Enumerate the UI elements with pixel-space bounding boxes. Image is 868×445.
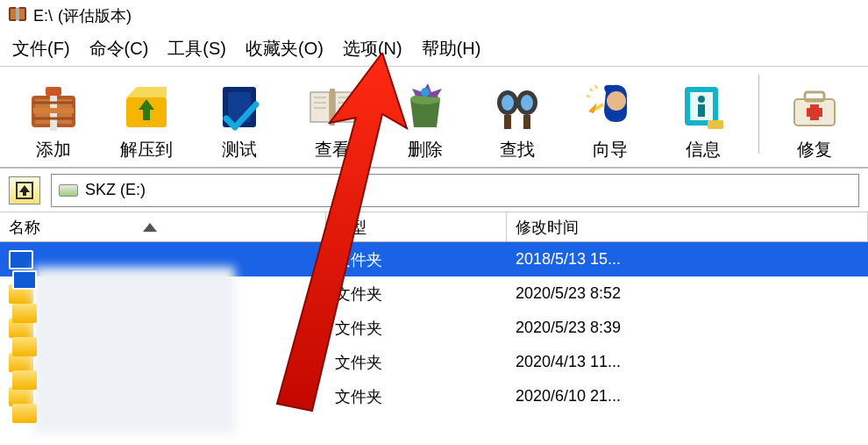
svg-rect-16 bbox=[330, 89, 335, 126]
column-modified-label: 修改时间 bbox=[516, 217, 579, 238]
repair-icon bbox=[787, 80, 842, 134]
file-type: 文件夹 bbox=[326, 318, 507, 339]
column-name[interactable]: 名称 bbox=[0, 212, 326, 241]
file-modified: 2020/5/23 8:39 bbox=[507, 319, 868, 337]
toolbar-extract-button[interactable]: 解压到 bbox=[100, 76, 193, 165]
menu-help[interactable]: 帮助(H) bbox=[422, 37, 481, 61]
file-type: 文件夹 bbox=[326, 284, 507, 305]
toolbar: 添加 解压到 测试 bbox=[0, 67, 868, 169]
svg-point-27 bbox=[607, 91, 626, 111]
titlebar: E:\ (评估版本) bbox=[0, 0, 868, 32]
svg-rect-38 bbox=[807, 108, 822, 117]
folder-icon bbox=[12, 337, 37, 356]
file-modified: 2020/6/10 21... bbox=[507, 387, 868, 406]
svg-point-32 bbox=[698, 96, 705, 103]
toolbar-test-label: 测试 bbox=[222, 138, 257, 161]
toolbar-add-button[interactable]: 添加 bbox=[7, 76, 100, 165]
svg-rect-33 bbox=[698, 104, 705, 117]
svg-point-22 bbox=[521, 95, 533, 111]
svg-rect-24 bbox=[504, 115, 511, 129]
toolbar-delete-label: 删除 bbox=[408, 138, 443, 161]
pathbar: SKZ (E:) bbox=[0, 169, 868, 212]
menubar: 文件(F) 命令(C) 工具(S) 收藏夹(O) 选项(N) 帮助(H) bbox=[0, 32, 868, 67]
up-button[interactable] bbox=[9, 176, 40, 205]
path-combobox[interactable]: SKZ (E:) bbox=[51, 174, 859, 207]
menu-file[interactable]: 文件(F) bbox=[12, 37, 70, 61]
app-icon bbox=[7, 4, 28, 29]
file-type: 文件夹 bbox=[326, 352, 507, 373]
wizard-icon bbox=[583, 80, 637, 134]
toolbar-info-label: 信息 bbox=[686, 138, 721, 161]
toolbar-view-label: 查看 bbox=[315, 138, 350, 161]
window-title-path: E:\ bbox=[33, 7, 53, 25]
column-modified[interactable]: 修改时间 bbox=[507, 212, 868, 241]
sort-ascending-icon bbox=[143, 223, 157, 232]
svg-rect-7 bbox=[46, 87, 61, 96]
file-modified: 2018/5/13 15... bbox=[507, 250, 868, 269]
toolbar-delete-button[interactable]: 删除 bbox=[379, 76, 472, 165]
info-icon bbox=[676, 80, 730, 134]
menu-command[interactable]: 命令(C) bbox=[89, 37, 149, 61]
toolbar-repair-label: 修复 bbox=[797, 138, 832, 161]
toolbar-repair-button[interactable]: 修复 bbox=[768, 76, 861, 165]
svg-rect-25 bbox=[523, 115, 530, 129]
folder-icon bbox=[12, 404, 37, 423]
file-modified: 2020/5/23 8:52 bbox=[507, 284, 868, 303]
drive-icon bbox=[59, 184, 78, 197]
svg-marker-9 bbox=[126, 87, 167, 97]
redacted-folder-icons bbox=[12, 270, 37, 423]
svg-rect-6 bbox=[33, 108, 74, 113]
svg-rect-34 bbox=[708, 120, 723, 129]
svg-rect-11 bbox=[143, 110, 150, 120]
view-icon bbox=[305, 80, 359, 134]
test-icon bbox=[212, 80, 267, 134]
folder-icon bbox=[12, 270, 37, 290]
svg-rect-14 bbox=[310, 92, 330, 122]
file-modified: 2020/4/13 11... bbox=[507, 353, 868, 371]
toolbar-add-label: 添加 bbox=[36, 138, 71, 161]
menu-favorites[interactable]: 收藏夹(O) bbox=[245, 37, 324, 61]
toolbar-info-button[interactable]: 信息 bbox=[657, 76, 750, 165]
path-text: SKZ (E:) bbox=[85, 181, 146, 199]
column-type[interactable]: 类型 bbox=[326, 212, 507, 241]
file-type: 文件夹 bbox=[326, 249, 507, 270]
redacted-names-block bbox=[33, 267, 235, 434]
file-type: 文件夹 bbox=[326, 386, 507, 407]
toolbar-wizard-button[interactable]: 向导 bbox=[564, 76, 657, 165]
toolbar-test-button[interactable]: 测试 bbox=[193, 76, 286, 165]
toolbar-separator bbox=[758, 75, 759, 154]
svg-point-18 bbox=[421, 88, 430, 97]
column-name-label: 名称 bbox=[9, 217, 40, 238]
svg-rect-36 bbox=[805, 92, 824, 101]
menu-options[interactable]: 选项(N) bbox=[343, 37, 402, 61]
find-icon bbox=[490, 80, 544, 134]
svg-rect-15 bbox=[335, 92, 354, 122]
add-icon bbox=[26, 80, 81, 134]
menu-tools[interactable]: 工具(S) bbox=[167, 37, 226, 61]
column-headers: 名称 类型 修改时间 bbox=[0, 212, 868, 242]
svg-rect-23 bbox=[516, 99, 519, 104]
delete-icon bbox=[398, 80, 452, 134]
svg-point-21 bbox=[502, 95, 514, 111]
folder-icon bbox=[12, 304, 37, 323]
extract-icon bbox=[119, 80, 174, 134]
svg-marker-40 bbox=[19, 185, 30, 196]
toolbar-extract-label: 解压到 bbox=[120, 138, 173, 161]
toolbar-find-button[interactable]: 查找 bbox=[471, 76, 564, 165]
column-type-label: 类型 bbox=[335, 217, 366, 238]
folder-icon bbox=[9, 250, 33, 269]
toolbar-find-label: 查找 bbox=[500, 138, 535, 161]
toolbar-view-button[interactable]: 查看 bbox=[286, 76, 379, 165]
up-arrow-icon bbox=[15, 181, 34, 200]
folder-icon bbox=[12, 370, 37, 390]
toolbar-wizard-label: 向导 bbox=[593, 138, 628, 161]
window-title-suffix: (评估版本) bbox=[58, 5, 132, 26]
